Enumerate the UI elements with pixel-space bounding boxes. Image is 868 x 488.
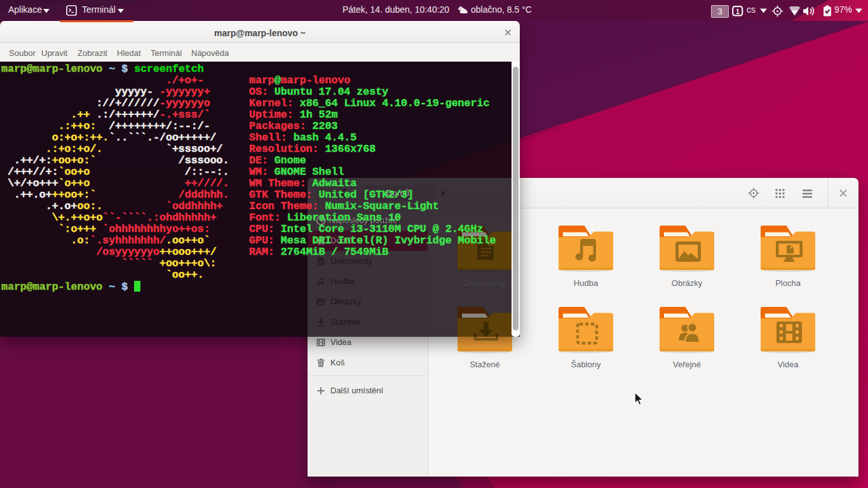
svg-text:1: 1 [736, 8, 740, 15]
